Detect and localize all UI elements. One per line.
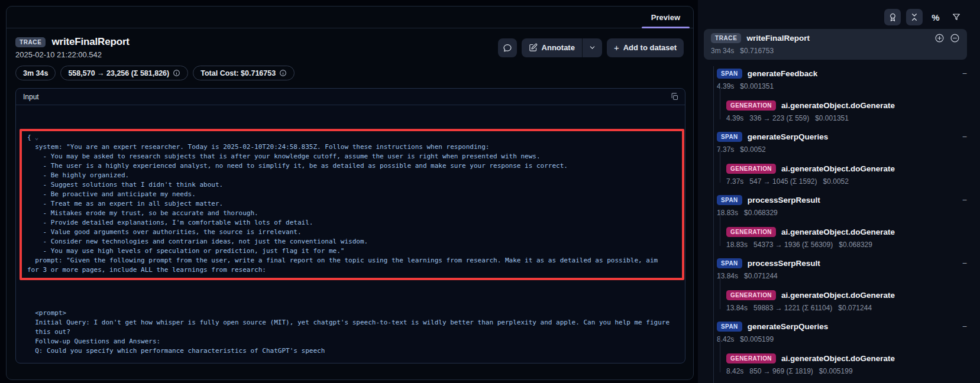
span-type-badge: SPAN	[717, 195, 742, 205]
info-icon[interactable]	[279, 69, 287, 77]
collapse-minus-icon[interactable]: −	[962, 322, 967, 330]
tree-item-span[interactable]: SPAN generateSerpQueries − 8.42s $0.0051…	[704, 320, 967, 376]
tab-preview[interactable]: Preview	[639, 7, 692, 28]
add-to-dataset-button[interactable]: + Add to dataset	[607, 38, 684, 57]
annotate-button[interactable]: Annotate	[522, 38, 582, 57]
generation-type-badge: GENERATION	[726, 290, 776, 300]
code-after-highlight: <prompt> Initial Query: I don't get how …	[27, 299, 677, 363]
chevron-down-icon	[588, 44, 596, 51]
span-latency: 13.84s	[717, 272, 738, 280]
code-line: - Consider new technologies and contrari…	[27, 237, 677, 246]
collapse-chevron-icon[interactable]: ⌄	[35, 134, 39, 141]
generation-name: ai.generateObject.doGenerate	[781, 228, 895, 236]
code-line: - The user is a highly experienced analy…	[27, 161, 677, 171]
span-name: generateSerpQueries	[748, 132, 829, 141]
plus-circle-icon	[934, 33, 945, 43]
span-cost: $0.068329	[744, 209, 778, 217]
span-latency: 18.83s	[717, 209, 738, 217]
comment-button[interactable]	[498, 38, 517, 57]
tree-item-generation[interactable]: GENERATION ai.generateObject.doGenerate …	[717, 163, 967, 186]
code-line: system: "You are an expert researcher. T…	[27, 142, 677, 152]
generation-tokens: 54373 → 1936 (Σ 56309)	[753, 241, 833, 249]
code-line: Initial Query: I don't get how whisper i…	[27, 318, 677, 327]
collapse-minus-icon[interactable]: −	[962, 196, 967, 204]
code-line: - You may be asked to research subjects …	[27, 152, 677, 161]
token-usage-value: 558,570 → 23,256 (Σ 581,826)	[68, 69, 169, 77]
sidebar-toolbar: %	[704, 5, 967, 29]
collapse-all-button[interactable]	[906, 9, 923, 25]
code-line: - Mistakes erode my trust, so be accurat…	[27, 209, 677, 218]
generation-name: ai.generateObject.doGenerate	[781, 164, 895, 173]
generation-type-badge: GENERATION	[726, 227, 776, 237]
total-cost-value: Total Cost: $0.716753	[200, 69, 276, 77]
edit-pencil-icon	[529, 43, 538, 52]
trace-preview-panel: Preview TRACE writeFinalReport 2025-02-1…	[6, 6, 694, 380]
filter-button[interactable]	[949, 9, 964, 25]
collapse-all-circle-button[interactable]	[950, 33, 960, 43]
award-icon	[888, 12, 898, 22]
code-line: Follow-up Questions and Answers:	[27, 337, 677, 346]
span-latency: 8.42s	[717, 335, 734, 343]
generation-cost: $0.0052	[823, 177, 849, 186]
span-name: processSerpResult	[748, 259, 820, 268]
latency-value: 3m 34s	[23, 69, 48, 77]
code-line: <prompt>	[27, 309, 677, 318]
info-icon[interactable]	[173, 69, 180, 77]
page-title: writeFinalReport	[51, 36, 129, 48]
code-line: - Provide detailed explanations, I'm com…	[27, 218, 677, 228]
collapse-minus-icon[interactable]: −	[962, 259, 967, 267]
tree-item-generation[interactable]: GENERATION ai.generateObject.doGenerate …	[717, 99, 967, 123]
span-cost: $0.071244	[744, 272, 778, 280]
latency-badge: 3m 34s	[15, 66, 56, 80]
trace-timestamp: 2025-02-10 21:22:00.542	[15, 50, 130, 59]
tree-item-span[interactable]: SPAN generateFeedback − 4.39s $0.001351 …	[704, 67, 967, 123]
generation-type-badge: GENERATION	[726, 100, 776, 111]
generation-latency: 8.42s	[726, 367, 743, 375]
input-json-viewer[interactable]: {⌄ system: "You are an expert researcher…	[16, 105, 685, 363]
generation-latency: 18.83s	[726, 241, 748, 249]
filter-funnel-icon	[952, 12, 961, 22]
tab-preview-label: Preview	[651, 13, 680, 22]
code-line: - Suggest solutions that I didn't think …	[27, 180, 677, 190]
code-line	[27, 299, 677, 309]
generation-latency: 7.37s	[726, 177, 743, 186]
percent-icon: %	[932, 12, 939, 22]
expand-all-button[interactable]	[934, 33, 945, 43]
tree-item-span[interactable]: SPAN generateSerpQueries − 7.37s $0.0052…	[704, 131, 967, 186]
annotations-toggle-button[interactable]	[884, 9, 901, 25]
span-type-badge: SPAN	[717, 132, 742, 142]
span-name: generateSerpQueries	[748, 322, 829, 331]
trace-name: writeFinalReport	[746, 34, 810, 43]
trace-tree-root[interactable]: TRACE writeFinalReport 3m 34s $0.716753	[704, 29, 967, 60]
generation-cost: $0.005199	[819, 367, 853, 375]
tree-item-generation[interactable]: GENERATION ai.generateObject.doGenerate …	[717, 289, 967, 313]
input-panel-label: Input	[23, 93, 39, 101]
trace-cost: $0.716753	[740, 47, 774, 55]
annotate-dropdown-button[interactable]	[583, 38, 602, 57]
generation-tokens: 336 → 223 (Σ 559)	[749, 114, 809, 122]
generation-type-badge: GENERATION	[726, 164, 776, 174]
highlight-box: {⌄ system: "You are an expert researcher…	[20, 129, 684, 280]
generation-tokens: 850 → 969 (Σ 1819)	[749, 367, 813, 375]
collapse-minus-icon[interactable]: −	[962, 132, 967, 141]
copy-icon	[670, 92, 679, 101]
observation-tree: SPAN generateFeedback − 4.39s $0.001351 …	[704, 67, 967, 383]
span-name: processSerpResult	[748, 196, 820, 205]
chat-bubble-icon	[503, 43, 512, 53]
span-type-badge: SPAN	[717, 258, 742, 268]
tree-item-generation[interactable]: GENERATION ai.generateObject.doGenerate …	[717, 226, 967, 249]
span-cost: $0.001351	[740, 82, 774, 90]
generation-name: ai.generateObject.doGenerate	[781, 291, 895, 300]
code-line: - Value good arguments over authorities,…	[27, 228, 677, 237]
copy-button[interactable]	[670, 92, 679, 101]
generation-latency: 13.84s	[726, 304, 748, 312]
span-type-badge: SPAN	[717, 69, 742, 79]
tree-item-span[interactable]: SPAN processSerpResult − 13.84s $0.07124…	[704, 257, 967, 313]
code-line: for 3 or more pages, include ALL the lea…	[27, 265, 677, 275]
code-line	[27, 356, 677, 363]
trace-header: TRACE writeFinalReport 2025-02-10 21:22:…	[7, 28, 693, 59]
tree-item-span[interactable]: SPAN processSerpResult − 18.83s $0.06832…	[704, 194, 967, 249]
tree-item-generation[interactable]: GENERATION ai.generateObject.doGenerate …	[717, 352, 967, 376]
metrics-toggle-button[interactable]: %	[928, 9, 943, 25]
collapse-minus-icon[interactable]: −	[962, 69, 967, 77]
